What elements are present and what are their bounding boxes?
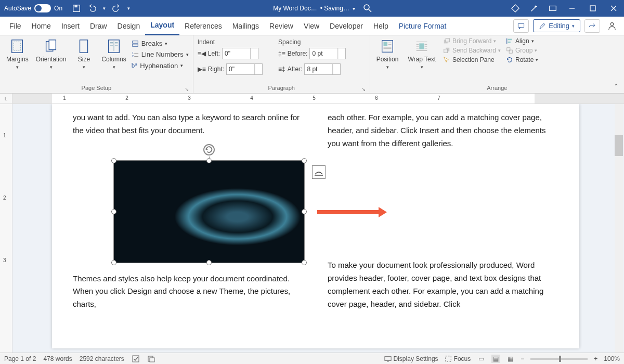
tab-draw[interactable]: Draw bbox=[85, 17, 112, 35]
spacing-header: Spacing bbox=[278, 37, 346, 48]
resize-handle[interactable] bbox=[302, 260, 307, 265]
dialog-launcher-icon[interactable]: ↘ bbox=[361, 86, 366, 92]
resize-handle[interactable] bbox=[302, 209, 307, 214]
rotate-handle-icon[interactable] bbox=[203, 144, 215, 155]
tab-developer[interactable]: Developer bbox=[324, 17, 368, 35]
wand-icon[interactable] bbox=[529, 4, 539, 13]
web-layout-icon[interactable]: ▦ bbox=[506, 355, 514, 363]
page-count[interactable]: Page 1 of 2 bbox=[4, 355, 36, 362]
minimize-button[interactable] bbox=[562, 0, 582, 17]
svg-rect-32 bbox=[384, 42, 388, 46]
chevron-down-icon[interactable]: ▾ bbox=[103, 6, 106, 11]
resize-handle[interactable] bbox=[206, 260, 212, 265]
share-button[interactable] bbox=[584, 19, 600, 33]
window-icon[interactable] bbox=[548, 4, 557, 13]
selected-picture[interactable] bbox=[113, 160, 305, 263]
margins-button[interactable]: Margins▾ bbox=[4, 37, 31, 71]
svg-rect-12 bbox=[12, 40, 23, 53]
tab-picture-format[interactable]: Picture Format bbox=[394, 17, 452, 35]
horizontal-ruler[interactable]: 1 2 3 4 5 6 7 7 bbox=[12, 94, 624, 103]
search-icon[interactable] bbox=[362, 3, 373, 14]
indent-left-row: ≡◀ Left: 0" bbox=[198, 48, 263, 59]
line-numbers-button[interactable]: 12Line Numbers ▾ bbox=[132, 50, 189, 58]
tab-mailings[interactable]: Mailings bbox=[227, 17, 264, 35]
comments-button[interactable] bbox=[513, 19, 529, 33]
accessibility-icon[interactable] bbox=[147, 355, 155, 363]
layout-options-popup[interactable] bbox=[312, 165, 326, 179]
label: Margins bbox=[6, 56, 29, 63]
tab-help[interactable]: Help bbox=[368, 17, 394, 35]
focus-button[interactable]: Focus bbox=[445, 355, 471, 362]
zoom-out-button[interactable]: − bbox=[521, 355, 524, 362]
label: Before: bbox=[288, 50, 308, 57]
wrap-text-button[interactable]: Wrap Text▾ bbox=[406, 37, 438, 71]
group-button[interactable]: Group ▾ bbox=[506, 47, 538, 54]
dialog-launcher-icon[interactable]: ↘ bbox=[185, 86, 189, 92]
align-button[interactable]: Align ▾ bbox=[506, 37, 538, 45]
ribbon: Margins▾ Orientation▾ Size▾ Columns▾ Bre… bbox=[0, 35, 624, 94]
document-title[interactable]: My Word Doc… • Saving… ▾ bbox=[273, 5, 355, 12]
read-mode-icon[interactable]: ▭ bbox=[477, 355, 485, 363]
maximize-button[interactable] bbox=[582, 0, 603, 17]
print-layout-icon[interactable]: ▤ bbox=[491, 355, 500, 363]
send-backward-button[interactable]: Send Backward ▾ bbox=[443, 47, 501, 54]
resize-handle[interactable] bbox=[206, 158, 212, 163]
tab-view[interactable]: View bbox=[298, 17, 324, 35]
chevron-down-icon[interactable]: ▾ bbox=[127, 6, 130, 11]
indent-right-input[interactable]: 0" bbox=[226, 63, 263, 75]
collapse-ribbon-icon[interactable]: ⌃ bbox=[614, 83, 619, 90]
tab-home[interactable]: Home bbox=[27, 17, 56, 35]
tab-file[interactable]: File bbox=[4, 17, 27, 35]
label: Send Backward bbox=[452, 47, 496, 54]
ribbon-tabs: File Home Insert Draw Design Layout Refe… bbox=[0, 17, 624, 35]
resize-handle[interactable] bbox=[302, 158, 307, 163]
tab-layout[interactable]: Layout bbox=[145, 17, 179, 35]
redo-icon[interactable] bbox=[112, 4, 121, 13]
hyphenation-button[interactable]: bᵃHyphenation ▾ bbox=[132, 61, 189, 70]
resize-handle[interactable] bbox=[111, 260, 116, 265]
account-icon[interactable] bbox=[604, 21, 620, 31]
label: Group bbox=[515, 47, 532, 54]
char-count[interactable]: 2592 characters bbox=[80, 355, 124, 362]
orientation-button[interactable]: Orientation▾ bbox=[34, 37, 69, 71]
size-button[interactable]: Size▾ bbox=[71, 37, 96, 71]
close-button[interactable] bbox=[603, 0, 624, 17]
scrollbar-thumb[interactable] bbox=[615, 135, 623, 156]
spacing-after-icon: ≡‡ bbox=[278, 66, 285, 73]
word-count[interactable]: 478 words bbox=[43, 355, 72, 362]
breaks-button[interactable]: Breaks ▾ bbox=[132, 40, 189, 47]
autosave-toggle[interactable]: AutoSave On bbox=[0, 4, 67, 12]
label: After: bbox=[288, 66, 303, 73]
zoom-slider[interactable] bbox=[530, 358, 588, 360]
page-viewport[interactable]: you want to add. You can also type a key… bbox=[12, 104, 624, 353]
rotate-button[interactable]: Rotate ▾ bbox=[506, 56, 538, 63]
resize-handle[interactable] bbox=[111, 209, 116, 214]
zoom-level[interactable]: 100% bbox=[604, 355, 620, 362]
label: Left: bbox=[208, 50, 220, 57]
tab-insert[interactable]: Insert bbox=[56, 17, 85, 35]
vertical-scrollbar[interactable] bbox=[615, 104, 623, 353]
spellcheck-icon[interactable] bbox=[132, 355, 140, 363]
doc-name-text: My Word Doc… bbox=[273, 5, 317, 12]
indent-left-input[interactable]: 0" bbox=[222, 48, 258, 59]
vertical-ruler[interactable]: 1 2 3 bbox=[0, 104, 12, 353]
tab-review[interactable]: Review bbox=[264, 17, 298, 35]
columns-button[interactable]: Columns▾ bbox=[99, 37, 128, 71]
save-icon[interactable] bbox=[72, 4, 81, 13]
selection-pane-button[interactable]: Selection Pane bbox=[443, 56, 501, 63]
group-label: Page Setup bbox=[82, 85, 112, 91]
quick-access-toolbar: ▾ ▾ bbox=[67, 4, 135, 13]
zoom-in-button[interactable]: + bbox=[594, 355, 597, 362]
editing-mode-button[interactable]: Editing ▾ bbox=[533, 19, 580, 32]
tab-design[interactable]: Design bbox=[112, 17, 146, 35]
spacing-before-input[interactable]: 0 pt bbox=[309, 48, 346, 59]
resize-handle[interactable] bbox=[111, 158, 116, 163]
tab-references[interactable]: References bbox=[179, 17, 227, 35]
undo-icon[interactable] bbox=[87, 4, 97, 13]
bring-forward-button[interactable]: Bring Forward ▾ bbox=[443, 37, 501, 45]
position-button[interactable]: Position▾ bbox=[374, 37, 401, 71]
svg-rect-58 bbox=[150, 358, 154, 362]
diamond-icon[interactable] bbox=[511, 4, 520, 13]
spacing-after-input[interactable]: 8 pt bbox=[304, 63, 341, 75]
display-settings-button[interactable]: Display Settings bbox=[384, 355, 438, 362]
